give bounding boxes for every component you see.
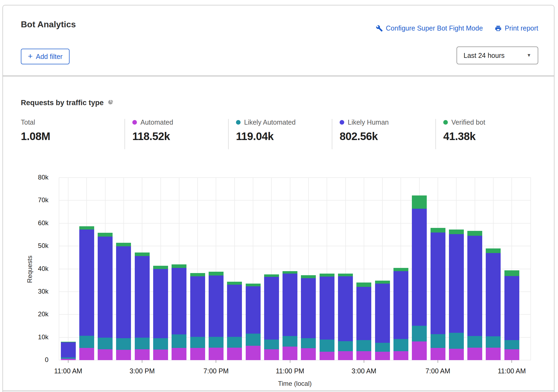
stat-likely-human-value: 802.56k xyxy=(340,130,389,142)
bar-segment-likely-human xyxy=(79,230,94,336)
chart-bar[interactable] xyxy=(153,178,168,360)
x-axis-tick xyxy=(438,360,438,363)
chart-bar[interactable] xyxy=(431,178,445,360)
bar-segment-likely-human xyxy=(375,284,390,343)
legend-dot-likely-human xyxy=(340,120,344,125)
bar-segment-automated xyxy=(172,348,186,360)
time-range-dropdown[interactable]: Last 24 hours ▼ xyxy=(457,46,538,64)
bar-segment-likely-automated xyxy=(264,340,279,349)
chart-bar[interactable] xyxy=(172,178,186,360)
chart-bar[interactable] xyxy=(98,178,113,360)
chart-bar[interactable] xyxy=(61,178,76,360)
chart-bar[interactable] xyxy=(375,178,390,360)
bar-segment-automated xyxy=(283,347,297,360)
bar-segment-likely-human xyxy=(301,278,316,338)
x-axis-title: Time (local) xyxy=(59,380,531,387)
bar-segment-verified-bot xyxy=(227,282,242,285)
configure-link-label: Configure Super Bot Fight Mode xyxy=(386,24,483,32)
bar-segment-verified-bot xyxy=(467,231,482,236)
bar-segment-verified-bot xyxy=(135,253,150,256)
x-axis-tick-label: 7:00 PM xyxy=(203,367,229,375)
bar-segment-automated xyxy=(504,349,519,360)
chevron-down-icon: ▼ xyxy=(527,53,531,58)
bar-segment-likely-human xyxy=(412,209,427,326)
bar-segment-likely-automated xyxy=(338,341,353,351)
bar-segment-likely-automated xyxy=(98,338,113,349)
stat-total-value: 1.08M xyxy=(21,130,50,142)
bar-segment-automated xyxy=(375,352,390,360)
bar-segment-verified-bot xyxy=(338,274,353,276)
print-report-link[interactable]: Print report xyxy=(495,24,538,32)
bar-segment-automated xyxy=(264,349,279,360)
chart-bar[interactable] xyxy=(338,178,353,360)
bar-segment-automated xyxy=(209,348,224,360)
chart-bar[interactable] xyxy=(79,178,94,360)
bar-segment-likely-human xyxy=(116,246,131,338)
bar-segment-likely-automated xyxy=(153,338,168,350)
chart-bar[interactable] xyxy=(393,178,408,360)
x-axis-tick xyxy=(68,360,68,363)
bar-segment-likely-human xyxy=(172,268,186,334)
chart-bar[interactable] xyxy=(135,178,150,360)
bar-segment-verified-bot xyxy=(153,266,168,269)
bar-segment-likely-automated xyxy=(356,340,371,351)
bar-segment-automated xyxy=(412,341,427,360)
chart-bar[interactable] xyxy=(356,178,371,360)
y-axis-tick-label: 0 xyxy=(45,356,48,364)
bar-segment-automated xyxy=(356,351,371,360)
configure-super-bot-fight-mode-link[interactable]: Configure Super Bot Fight Mode xyxy=(376,24,483,32)
chart-bar[interactable] xyxy=(116,178,131,360)
bar-segment-automated xyxy=(190,348,205,360)
bar-segment-verified-bot xyxy=(98,233,113,237)
stat-divider xyxy=(435,119,436,149)
chart-bar[interactable] xyxy=(227,178,242,360)
bar-segment-verified-bot xyxy=(116,243,131,246)
bar-segment-automated xyxy=(79,348,94,360)
stat-automated-label: Automated xyxy=(140,118,173,126)
bar-segment-likely-human xyxy=(449,234,464,333)
add-filter-button[interactable]: + Add filter xyxy=(21,49,70,64)
chart-bar[interactable] xyxy=(246,178,261,360)
chart-bar[interactable] xyxy=(320,178,334,360)
chart-bar[interactable] xyxy=(486,178,501,360)
chart-bar[interactable] xyxy=(449,178,464,360)
chart-bar[interactable] xyxy=(301,178,316,360)
bar-segment-likely-human xyxy=(338,276,353,341)
bar-segment-automated xyxy=(153,350,168,360)
chart-bar[interactable] xyxy=(283,178,297,360)
y-axis-tick-label: 70k xyxy=(38,196,48,204)
bar-segment-verified-bot xyxy=(79,226,94,230)
bar-segment-automated xyxy=(338,351,353,360)
bar-segment-likely-automated xyxy=(449,333,464,349)
bar-segment-verified-bot xyxy=(264,274,279,277)
bar-segment-automated xyxy=(135,349,150,360)
bar-segment-likely-human xyxy=(190,276,205,337)
stat-automated: Automated 118.52k xyxy=(132,118,173,142)
bar-segment-likely-automated xyxy=(209,337,224,348)
chart-bar[interactable] xyxy=(504,178,519,360)
chart-bar[interactable] xyxy=(209,178,224,360)
bar-segment-automated xyxy=(449,349,464,360)
bar-segment-likely-automated xyxy=(486,336,501,347)
bar-segment-likely-human xyxy=(61,342,76,357)
bar-segment-automated xyxy=(486,348,501,360)
bar-segment-likely-human xyxy=(135,256,150,338)
bar-segment-likely-human xyxy=(209,275,224,337)
bar-segment-automated xyxy=(246,346,261,360)
bar-segment-likely-human xyxy=(246,286,261,334)
chart-bar[interactable] xyxy=(264,178,279,360)
plus-icon: + xyxy=(28,52,33,60)
bar-segment-verified-bot xyxy=(301,275,316,278)
chart-bar[interactable] xyxy=(190,178,205,360)
bar-segment-likely-automated xyxy=(190,337,205,348)
stat-verified-bot-value: 41.38k xyxy=(443,130,485,142)
x-axis-tick-label: 3:00 PM xyxy=(130,367,155,375)
chart-bar[interactable] xyxy=(467,178,482,360)
bar-segment-verified-bot xyxy=(283,271,297,274)
bar-segment-verified-bot xyxy=(190,273,205,276)
bar-segment-verified-bot xyxy=(356,283,371,287)
y-axis-tick-label: 60k xyxy=(38,219,48,227)
chart-bar[interactable] xyxy=(412,178,427,360)
bar-segment-verified-bot xyxy=(246,284,261,286)
bottom-divider xyxy=(3,391,554,391)
